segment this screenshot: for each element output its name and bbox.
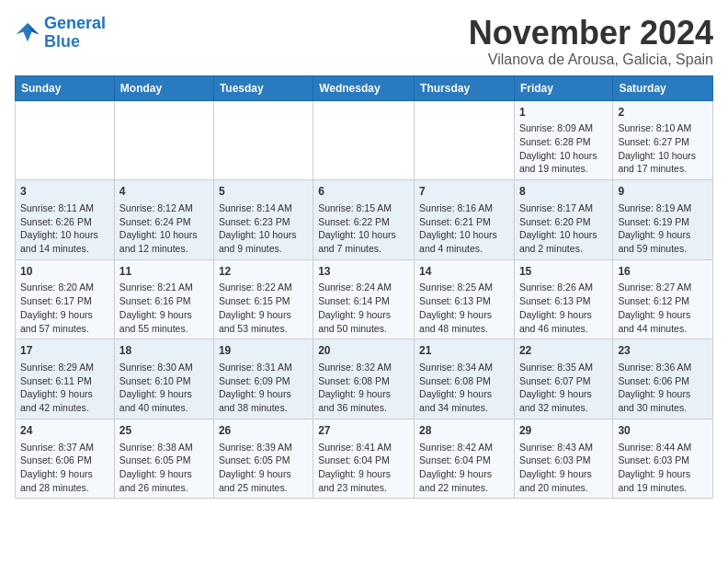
day-number: 22: [519, 343, 608, 359]
day-number: 7: [419, 184, 509, 200]
day-number: 14: [419, 264, 509, 280]
weekday-header-tuesday: Tuesday: [213, 75, 313, 100]
day-number: 17: [20, 343, 109, 359]
weekday-header-saturday: Saturday: [613, 75, 713, 100]
day-cell: 5Sunrise: 8:14 AM Sunset: 6:23 PM Daylig…: [213, 180, 313, 260]
day-number: 23: [618, 343, 708, 359]
day-cell: 4Sunrise: 8:12 AM Sunset: 6:24 PM Daylig…: [114, 180, 213, 260]
day-number: 2: [618, 105, 708, 121]
day-number: 16: [618, 264, 708, 280]
page-subtitle: Vilanova de Arousa, Galicia, Spain: [469, 52, 713, 68]
weekday-header-row: SundayMondayTuesdayWednesdayThursdayFrid…: [16, 75, 713, 100]
day-cell: 24Sunrise: 8:37 AM Sunset: 6:06 PM Dayli…: [16, 419, 115, 499]
day-cell: 13Sunrise: 8:24 AM Sunset: 6:14 PM Dayli…: [313, 259, 415, 339]
day-cell: 9Sunrise: 8:19 AM Sunset: 6:19 PM Daylig…: [613, 180, 713, 260]
logo-text: General Blue: [44, 15, 106, 52]
day-cell: 22Sunrise: 8:35 AM Sunset: 6:07 PM Dayli…: [514, 339, 612, 419]
day-cell: 17Sunrise: 8:29 AM Sunset: 6:11 PM Dayli…: [16, 339, 115, 419]
day-number: 13: [318, 264, 409, 280]
day-cell: 19Sunrise: 8:31 AM Sunset: 6:09 PM Dayli…: [213, 339, 313, 419]
day-cell: 27Sunrise: 8:41 AM Sunset: 6:04 PM Dayli…: [313, 419, 415, 499]
day-number: 3: [20, 184, 109, 200]
day-number: 19: [219, 343, 308, 359]
day-number: 18: [119, 343, 209, 359]
page-header: General Blue November 2024 Vilanova de A…: [15, 15, 713, 68]
page-title: November 2024: [469, 15, 713, 52]
week-row-4: 17Sunrise: 8:29 AM Sunset: 6:11 PM Dayli…: [16, 339, 713, 419]
day-cell: 15Sunrise: 8:26 AM Sunset: 6:13 PM Dayli…: [514, 259, 612, 339]
day-cell: 10Sunrise: 8:20 AM Sunset: 6:17 PM Dayli…: [16, 259, 115, 339]
day-cell: 21Sunrise: 8:34 AM Sunset: 6:08 PM Dayli…: [415, 339, 515, 419]
day-cell: [213, 100, 313, 180]
weekday-header-sunday: Sunday: [16, 75, 115, 100]
week-row-2: 3Sunrise: 8:11 AM Sunset: 6:26 PM Daylig…: [16, 180, 713, 260]
day-cell: 18Sunrise: 8:30 AM Sunset: 6:10 PM Dayli…: [114, 339, 213, 419]
week-row-3: 10Sunrise: 8:20 AM Sunset: 6:17 PM Dayli…: [16, 259, 713, 339]
weekday-header-thursday: Thursday: [415, 75, 515, 100]
day-number: 11: [119, 264, 209, 280]
calendar-table: SundayMondayTuesdayWednesdayThursdayFrid…: [15, 75, 713, 500]
day-cell: [415, 100, 515, 180]
day-number: 26: [219, 423, 308, 439]
day-number: 4: [119, 184, 209, 200]
day-number: 28: [419, 423, 509, 439]
day-cell: 6Sunrise: 8:15 AM Sunset: 6:22 PM Daylig…: [313, 180, 415, 260]
title-block: November 2024 Vilanova de Arousa, Galici…: [469, 15, 713, 68]
day-cell: [114, 100, 213, 180]
weekday-header-monday: Monday: [114, 75, 213, 100]
day-cell: 26Sunrise: 8:39 AM Sunset: 6:05 PM Dayli…: [213, 419, 313, 499]
day-number: 24: [20, 423, 109, 439]
day-cell: 23Sunrise: 8:36 AM Sunset: 6:06 PM Dayli…: [613, 339, 713, 419]
day-cell: 30Sunrise: 8:44 AM Sunset: 6:03 PM Dayli…: [613, 419, 713, 499]
day-cell: 7Sunrise: 8:16 AM Sunset: 6:21 PM Daylig…: [415, 180, 515, 260]
day-number: 30: [618, 423, 708, 439]
day-cell: 12Sunrise: 8:22 AM Sunset: 6:15 PM Dayli…: [213, 259, 313, 339]
day-number: 21: [419, 343, 509, 359]
day-number: 1: [519, 105, 608, 121]
day-cell: 14Sunrise: 8:25 AM Sunset: 6:13 PM Dayli…: [415, 259, 515, 339]
day-number: 27: [318, 423, 409, 439]
logo-bird-icon: [15, 20, 40, 46]
day-cell: 25Sunrise: 8:38 AM Sunset: 6:05 PM Dayli…: [114, 419, 213, 499]
logo-line1: General: [44, 14, 106, 32]
day-number: 9: [618, 184, 708, 200]
day-number: 5: [219, 184, 308, 200]
day-cell: 11Sunrise: 8:21 AM Sunset: 6:16 PM Dayli…: [114, 259, 213, 339]
day-cell: 16Sunrise: 8:27 AM Sunset: 6:12 PM Dayli…: [613, 259, 713, 339]
day-number: 15: [519, 264, 608, 280]
logo-line2: Blue: [44, 32, 80, 51]
day-number: 6: [318, 184, 409, 200]
week-row-5: 24Sunrise: 8:37 AM Sunset: 6:06 PM Dayli…: [16, 419, 713, 499]
day-cell: 29Sunrise: 8:43 AM Sunset: 6:03 PM Dayli…: [514, 419, 612, 499]
day-cell: 3Sunrise: 8:11 AM Sunset: 6:26 PM Daylig…: [16, 180, 115, 260]
day-number: 10: [20, 264, 109, 280]
week-row-1: 1Sunrise: 8:09 AM Sunset: 6:28 PM Daylig…: [16, 100, 713, 180]
day-cell: 20Sunrise: 8:32 AM Sunset: 6:08 PM Dayli…: [313, 339, 415, 419]
day-number: 25: [119, 423, 209, 439]
day-cell: 1Sunrise: 8:09 AM Sunset: 6:28 PM Daylig…: [514, 100, 612, 180]
day-number: 20: [318, 343, 409, 359]
day-number: 8: [519, 184, 608, 200]
day-number: 12: [219, 264, 308, 280]
day-cell: [313, 100, 415, 180]
weekday-header-friday: Friday: [514, 75, 612, 100]
day-number: 29: [519, 423, 608, 439]
day-cell: 28Sunrise: 8:42 AM Sunset: 6:04 PM Dayli…: [415, 419, 515, 499]
day-cell: 8Sunrise: 8:17 AM Sunset: 6:20 PM Daylig…: [514, 180, 612, 260]
logo: General Blue: [15, 15, 106, 52]
day-cell: 2Sunrise: 8:10 AM Sunset: 6:27 PM Daylig…: [613, 100, 713, 180]
day-cell: [16, 100, 115, 180]
weekday-header-wednesday: Wednesday: [313, 75, 415, 100]
